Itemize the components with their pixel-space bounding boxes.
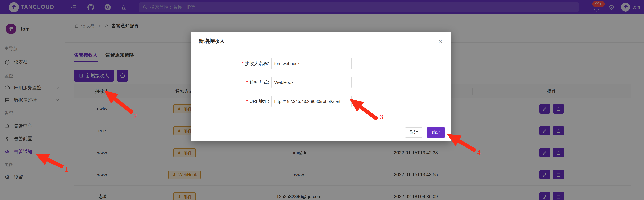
required-marker: * (246, 99, 248, 104)
url-label: URL地址: (249, 99, 269, 104)
required-marker: * (242, 61, 244, 66)
receiver-name-input[interactable] (271, 58, 352, 69)
field-url: *URL地址: (191, 96, 451, 107)
modal-header: 新增接收人 (191, 32, 451, 51)
required-marker: * (246, 80, 248, 85)
field-receiver-name: *接收人名称: (191, 58, 451, 69)
field-notify-method: *通知方式: WebHook (191, 77, 451, 88)
modal-title: 新增接收人 (198, 37, 225, 45)
notify-method-select[interactable]: WebHook (271, 77, 352, 88)
selected-method: WebHook (274, 80, 294, 85)
cancel-button[interactable]: 取消 (405, 127, 423, 137)
add-receiver-modal: 新增接收人 × *接收人名称: *通知方式: WebHook *URL地址: 取… (191, 32, 451, 141)
close-icon[interactable]: × (436, 37, 444, 45)
confirm-button[interactable]: 确定 (426, 127, 445, 137)
name-label: 接收人名称: (245, 61, 269, 66)
chevron-down-icon (344, 80, 349, 85)
modal-footer: 取消 确定 (191, 123, 451, 141)
url-input[interactable] (271, 96, 352, 107)
method-label: 通知方式: (249, 80, 269, 85)
app-window: TANCLOUD G 99+ ⚙ tom (0, 0, 644, 200)
